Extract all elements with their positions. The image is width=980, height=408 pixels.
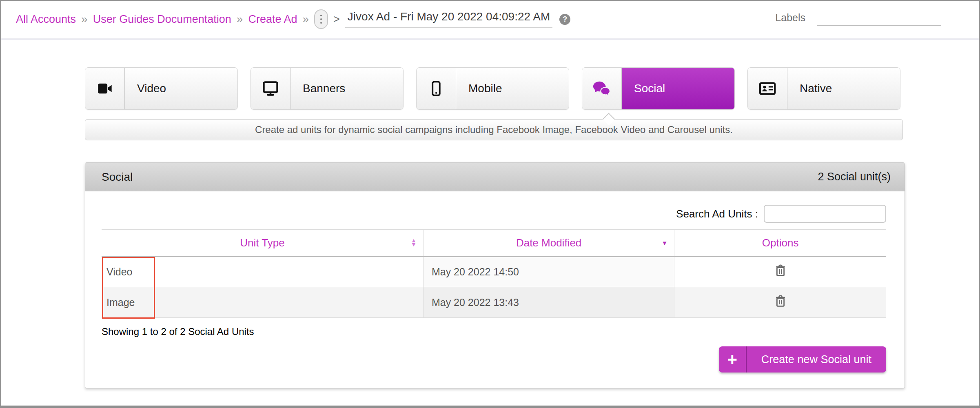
tab-banners-label: Banners: [290, 68, 403, 109]
breadcrumb-separator: »: [81, 13, 88, 26]
sort-desc-icon[interactable]: ▼: [661, 239, 667, 246]
sort-icon[interactable]: ▲ ▼: [411, 239, 417, 247]
more-options-icon[interactable]: [314, 9, 328, 29]
breadcrumb-separator: »: [237, 13, 243, 26]
table-row[interactable]: Image May 20 2022 13:43: [102, 287, 886, 318]
unit-type-cell: Video: [102, 257, 423, 287]
create-button-label: Create new Social unit: [747, 346, 886, 373]
notch-pointer: [602, 113, 615, 125]
search-row: Search Ad Units :: [102, 205, 886, 223]
video-camera-icon: [85, 68, 125, 109]
ad-units-table-wrap: Unit Type ▲ ▼ Date Modified ▼: [102, 229, 886, 318]
panel-title: Social: [102, 171, 133, 184]
tab-description-bar: Create ad units for dynamic social campa…: [85, 119, 903, 140]
create-new-social-unit-button[interactable]: + Create new Social unit: [719, 346, 886, 373]
top-header: All Accounts » User Guides Documentation…: [1, 1, 979, 40]
breadcrumb-separator: »: [302, 13, 309, 26]
column-header-unit-type[interactable]: Unit Type ▲ ▼: [102, 230, 423, 257]
chat-bubbles-icon: [582, 68, 622, 109]
trash-icon[interactable]: [774, 264, 787, 277]
table-summary: Showing 1 to 2 of 2 Social Ad Units: [102, 326, 886, 337]
tab-native[interactable]: Native: [747, 67, 900, 110]
tab-mobile-label: Mobile: [456, 68, 569, 109]
plus-icon: +: [719, 346, 747, 373]
trash-icon[interactable]: [774, 295, 787, 308]
unit-count: 2 Social unit(s): [818, 171, 891, 183]
tab-video-label: Video: [125, 68, 237, 109]
tab-mobile[interactable]: Mobile: [416, 67, 569, 110]
labels-field: Labels: [775, 12, 941, 26]
breadcrumb-link-user-guides[interactable]: User Guides Documentation: [93, 13, 231, 26]
date-modified-cell: May 20 2022 13:43: [423, 287, 674, 318]
social-panel: Social 2 Social unit(s) Search Ad Units …: [85, 162, 905, 388]
search-ad-units-input[interactable]: [764, 205, 886, 223]
labels-input[interactable]: [817, 12, 941, 26]
monitor-icon: [251, 68, 290, 109]
tab-social[interactable]: Social: [582, 67, 735, 110]
date-modified-cell: May 20 2022 14:50: [423, 257, 674, 287]
unit-type-cell: Image: [102, 287, 423, 318]
panel-header: Social 2 Social unit(s): [85, 163, 905, 191]
breadcrumb: All Accounts » User Guides Documentation…: [16, 9, 570, 29]
breadcrumb-link-all-accounts[interactable]: All Accounts: [16, 13, 76, 26]
column-header-options[interactable]: Options: [674, 230, 886, 257]
breadcrumb-arrow: >: [333, 13, 340, 26]
labels-label: Labels: [775, 12, 805, 24]
tab-video[interactable]: Video: [85, 67, 238, 110]
help-icon[interactable]: ?: [559, 14, 570, 25]
table-row[interactable]: Video May 20 2022 14:50: [102, 257, 886, 287]
tab-description-text: Create ad units for dynamic social campa…: [255, 124, 733, 135]
ad-type-tabs: Video Banners Mobile: [85, 67, 979, 110]
breadcrumb-link-create-ad[interactable]: Create Ad: [248, 13, 297, 26]
search-label: Search Ad Units :: [676, 208, 758, 220]
tab-banners[interactable]: Banners: [251, 67, 404, 110]
smartphone-icon: [417, 68, 456, 109]
tab-native-label: Native: [787, 68, 900, 109]
contact-card-icon: [748, 68, 787, 109]
column-header-date-modified[interactable]: Date Modified ▼: [423, 230, 674, 257]
tab-social-label: Social: [622, 68, 734, 109]
ad-units-table: Unit Type ▲ ▼ Date Modified ▼: [102, 229, 886, 318]
ad-title[interactable]: Jivox Ad - Fri May 20 2022 04:09:22 AM: [345, 10, 552, 28]
